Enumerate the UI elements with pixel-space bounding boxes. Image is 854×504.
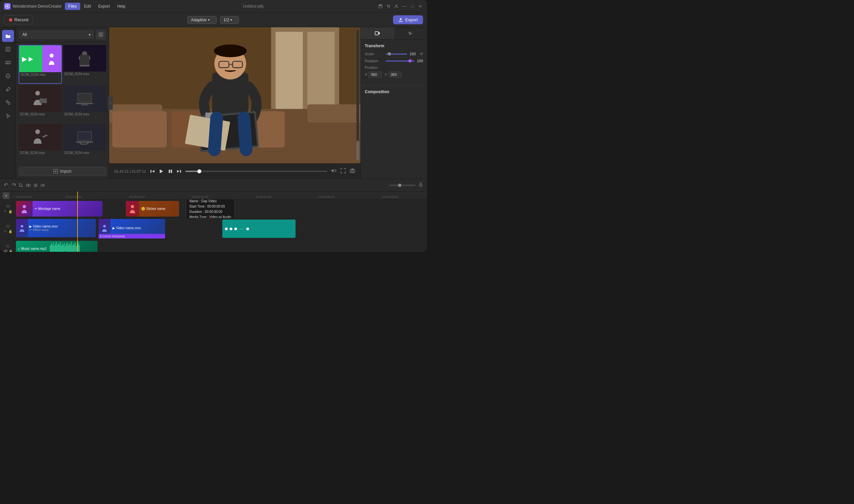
sticker-clip[interactable]: 😊 Sticker name <box>126 201 179 217</box>
rotation-value: 100 <box>417 59 423 63</box>
y-input[interactable]: 360 <box>388 72 402 77</box>
menu-files[interactable]: Files <box>65 3 80 10</box>
menu-export[interactable]: Export <box>95 3 113 10</box>
user-icon[interactable] <box>394 4 399 9</box>
save-icon[interactable] <box>378 4 383 9</box>
video-scrollbar[interactable] <box>356 30 359 161</box>
folder-icon <box>5 33 11 39</box>
skip-back-button[interactable] <box>150 169 155 174</box>
motion-clip[interactable]: → <box>222 219 296 238</box>
skip-forward-button[interactable] <box>177 169 181 174</box>
svg-marker-51 <box>160 169 163 173</box>
play-button[interactable] <box>159 169 164 174</box>
grid-view-button[interactable] <box>96 30 106 39</box>
window-controls: — □ ✕ <box>378 4 423 9</box>
waveform <box>49 241 97 252</box>
reset-scale-button[interactable]: ↺ <box>420 52 423 56</box>
visibility-toggle-02[interactable]: 👁 <box>4 230 7 233</box>
tab-video[interactable] <box>361 27 394 39</box>
person-writing-icon <box>30 127 50 147</box>
timeline-content: + 00:00:00:00 00:00:00:00 00:00:00:00 00… <box>0 192 427 252</box>
waveform-bar <box>55 244 56 252</box>
sidebar-item-media[interactable] <box>2 30 14 42</box>
scale-slider[interactable] <box>386 54 407 55</box>
media-item[interactable]: DCIM_0234.mov <box>19 85 62 123</box>
delete-button[interactable] <box>33 183 38 187</box>
thumb-person <box>20 204 28 214</box>
close-button[interactable]: ✕ <box>418 4 423 9</box>
lock-toggle-02[interactable]: 🔒 <box>8 230 12 233</box>
media-item[interactable]: ▶ DCIM_0234.mov <box>19 45 62 84</box>
pause-button[interactable] <box>168 169 173 174</box>
add-track-button[interactable]: + <box>3 192 9 199</box>
record-button[interactable]: Record <box>4 15 33 24</box>
music-clip[interactable]: ♪ Music name.mp3 <box>16 241 97 252</box>
redo-button[interactable] <box>11 183 16 187</box>
filter-dropdown[interactable]: All ▾ <box>19 31 93 39</box>
montage-clip[interactable]: ✏ Montage name <box>16 201 103 217</box>
maximize-button[interactable]: □ <box>410 4 415 9</box>
import-button[interactable]: Import <box>19 167 106 176</box>
export-button[interactable]: Export <box>393 15 423 24</box>
redo-icon <box>11 183 16 187</box>
svg-point-9 <box>7 75 8 76</box>
visibility-toggle-03[interactable]: 👁 <box>4 210 7 213</box>
ratio-dropdown[interactable]: 1/2 ▾ <box>220 16 239 24</box>
split-button[interactable] <box>26 183 31 187</box>
replace-button[interactable] <box>41 183 45 187</box>
sidebar-item-captions[interactable] <box>2 57 14 69</box>
undo-button[interactable] <box>4 183 8 187</box>
music-note-icon: ♪ <box>18 247 20 251</box>
lock-toggle-03[interactable]: 🔒 <box>8 210 12 213</box>
x-input[interactable]: 360 <box>369 72 382 77</box>
lock-toggle-01[interactable]: 🔒 <box>8 250 13 252</box>
progress-bar[interactable] <box>185 171 327 172</box>
cart-icon[interactable] <box>386 4 391 9</box>
svg-rect-36 <box>112 111 167 147</box>
snapshot-button[interactable] <box>350 168 355 174</box>
menu-edit[interactable]: Edit <box>81 3 94 10</box>
waveform-bar <box>52 245 53 252</box>
track-row-01: 01 🔊 🔒 ♪ Music name.mp3 <box>0 239 427 252</box>
svg-point-24 <box>35 129 40 134</box>
svg-marker-54 <box>177 170 179 173</box>
crop-button[interactable] <box>19 183 23 187</box>
scale-thumb <box>388 52 391 56</box>
sidebar-item-cursor[interactable] <box>2 110 14 122</box>
visibility-toggle-01[interactable]: 🔊 <box>3 250 7 252</box>
quality-dropdown[interactable]: Adaptive ▾ <box>188 16 217 24</box>
svg-rect-2 <box>379 5 381 6</box>
menu-help[interactable]: Help <box>114 3 129 10</box>
track-label-01: 01 🔊 🔒 <box>0 245 16 252</box>
waveform-bar <box>75 242 75 252</box>
fullscreen-button[interactable] <box>340 168 346 174</box>
chevron-down-icon: ▾ <box>208 18 210 22</box>
zoom-slider[interactable] <box>389 185 416 186</box>
panel-tabs <box>361 27 427 40</box>
track-content-02: ▶ Video name.mov ✏ Effect name <box>16 218 427 239</box>
crop-icon <box>19 183 23 187</box>
chevron-down-icon: ▾ <box>89 33 90 37</box>
rotation-slider[interactable] <box>386 60 414 61</box>
collapse-panel-button[interactable]: ‹ <box>108 96 113 110</box>
filter-label: All <box>22 32 26 37</box>
cursor-clip[interactable]: || Cursur Margrerty <box>99 234 165 238</box>
sidebar-item-effects[interactable] <box>2 96 14 108</box>
video-clip-1[interactable]: ▶ Video name.mov ✏ Effect name <box>16 219 96 237</box>
volume-button[interactable] <box>331 168 337 174</box>
playhead[interactable] <box>77 192 78 199</box>
media-item[interactable]: DCIM_0234.mov <box>63 124 107 161</box>
sidebar-item-text[interactable] <box>2 43 14 55</box>
media-item[interactable]: DCIM_0234.mov <box>63 45 107 84</box>
svg-rect-14 <box>101 33 103 34</box>
waveform-bar <box>70 245 71 252</box>
media-item[interactable]: DCIM_0234.mov <box>19 124 62 161</box>
minimize-button[interactable]: — <box>402 4 407 9</box>
skip-forward-icon <box>177 169 181 174</box>
sidebar-item-annotations[interactable] <box>2 83 14 95</box>
media-item[interactable]: DCIM_0234.mov <box>63 85 107 123</box>
mic-button[interactable] <box>419 182 423 188</box>
sidebar-item-stickers[interactable] <box>2 70 14 82</box>
tab-audio[interactable] <box>394 27 427 39</box>
track-content-01: ♪ Music name.mp3 <box>16 239 427 252</box>
